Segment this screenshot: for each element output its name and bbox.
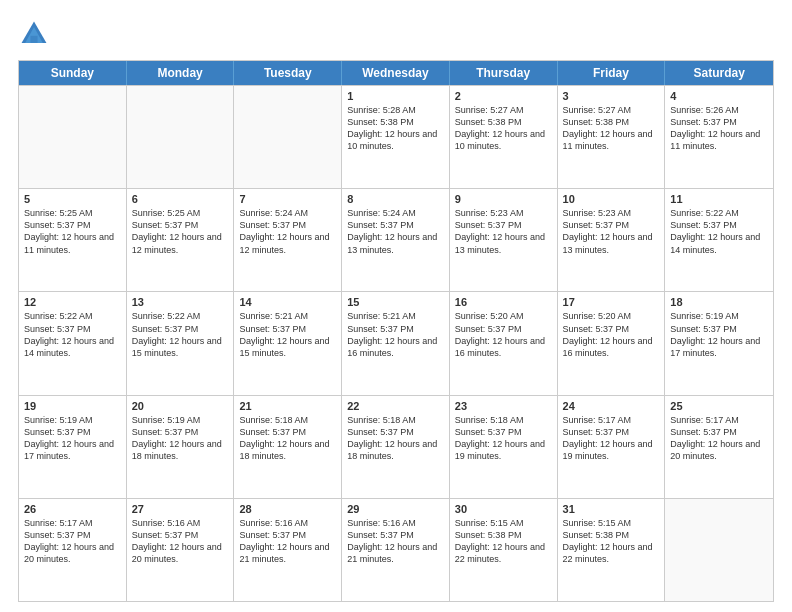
weekday-header-tuesday: Tuesday [234, 61, 342, 85]
day-cell-28: 28Sunrise: 5:16 AM Sunset: 5:37 PM Dayli… [234, 499, 342, 601]
weekday-header-monday: Monday [127, 61, 235, 85]
day-number-14: 14 [239, 296, 336, 308]
day-number-8: 8 [347, 193, 444, 205]
day-info-31: Sunrise: 5:15 AM Sunset: 5:38 PM Dayligh… [563, 517, 660, 566]
calendar-header: SundayMondayTuesdayWednesdayThursdayFrid… [19, 61, 773, 85]
day-cell-24: 24Sunrise: 5:17 AM Sunset: 5:37 PM Dayli… [558, 396, 666, 498]
day-info-9: Sunrise: 5:23 AM Sunset: 5:37 PM Dayligh… [455, 207, 552, 256]
day-number-25: 25 [670, 400, 768, 412]
day-info-1: Sunrise: 5:28 AM Sunset: 5:38 PM Dayligh… [347, 104, 444, 153]
day-number-31: 31 [563, 503, 660, 515]
day-number-22: 22 [347, 400, 444, 412]
weekday-header-saturday: Saturday [665, 61, 773, 85]
day-cell-6: 6Sunrise: 5:25 AM Sunset: 5:37 PM Daylig… [127, 189, 235, 291]
day-number-16: 16 [455, 296, 552, 308]
day-number-27: 27 [132, 503, 229, 515]
day-cell-15: 15Sunrise: 5:21 AM Sunset: 5:37 PM Dayli… [342, 292, 450, 394]
day-number-6: 6 [132, 193, 229, 205]
day-cell-27: 27Sunrise: 5:16 AM Sunset: 5:37 PM Dayli… [127, 499, 235, 601]
day-cell-23: 23Sunrise: 5:18 AM Sunset: 5:37 PM Dayli… [450, 396, 558, 498]
calendar-body: 1Sunrise: 5:28 AM Sunset: 5:38 PM Daylig… [19, 85, 773, 601]
day-number-4: 4 [670, 90, 768, 102]
svg-rect-2 [30, 36, 37, 43]
day-cell-14: 14Sunrise: 5:21 AM Sunset: 5:37 PM Dayli… [234, 292, 342, 394]
day-number-12: 12 [24, 296, 121, 308]
day-info-28: Sunrise: 5:16 AM Sunset: 5:37 PM Dayligh… [239, 517, 336, 566]
day-number-30: 30 [455, 503, 552, 515]
day-cell-21: 21Sunrise: 5:18 AM Sunset: 5:37 PM Dayli… [234, 396, 342, 498]
day-cell-20: 20Sunrise: 5:19 AM Sunset: 5:37 PM Dayli… [127, 396, 235, 498]
day-info-21: Sunrise: 5:18 AM Sunset: 5:37 PM Dayligh… [239, 414, 336, 463]
empty-cell-r0c2 [234, 86, 342, 188]
day-number-10: 10 [563, 193, 660, 205]
day-cell-31: 31Sunrise: 5:15 AM Sunset: 5:38 PM Dayli… [558, 499, 666, 601]
day-number-19: 19 [24, 400, 121, 412]
day-info-7: Sunrise: 5:24 AM Sunset: 5:37 PM Dayligh… [239, 207, 336, 256]
day-cell-2: 2Sunrise: 5:27 AM Sunset: 5:38 PM Daylig… [450, 86, 558, 188]
day-number-17: 17 [563, 296, 660, 308]
header [18, 18, 774, 50]
day-info-14: Sunrise: 5:21 AM Sunset: 5:37 PM Dayligh… [239, 310, 336, 359]
day-number-21: 21 [239, 400, 336, 412]
day-cell-8: 8Sunrise: 5:24 AM Sunset: 5:37 PM Daylig… [342, 189, 450, 291]
day-info-16: Sunrise: 5:20 AM Sunset: 5:37 PM Dayligh… [455, 310, 552, 359]
day-cell-22: 22Sunrise: 5:18 AM Sunset: 5:37 PM Dayli… [342, 396, 450, 498]
day-number-13: 13 [132, 296, 229, 308]
day-cell-25: 25Sunrise: 5:17 AM Sunset: 5:37 PM Dayli… [665, 396, 773, 498]
empty-cell-r0c1 [127, 86, 235, 188]
calendar-row-1: 5Sunrise: 5:25 AM Sunset: 5:37 PM Daylig… [19, 188, 773, 291]
day-info-5: Sunrise: 5:25 AM Sunset: 5:37 PM Dayligh… [24, 207, 121, 256]
logo-icon [18, 18, 50, 50]
day-number-7: 7 [239, 193, 336, 205]
day-cell-30: 30Sunrise: 5:15 AM Sunset: 5:38 PM Dayli… [450, 499, 558, 601]
day-cell-18: 18Sunrise: 5:19 AM Sunset: 5:37 PM Dayli… [665, 292, 773, 394]
calendar-row-4: 26Sunrise: 5:17 AM Sunset: 5:37 PM Dayli… [19, 498, 773, 601]
day-info-19: Sunrise: 5:19 AM Sunset: 5:37 PM Dayligh… [24, 414, 121, 463]
calendar-row-2: 12Sunrise: 5:22 AM Sunset: 5:37 PM Dayli… [19, 291, 773, 394]
day-info-23: Sunrise: 5:18 AM Sunset: 5:37 PM Dayligh… [455, 414, 552, 463]
day-info-25: Sunrise: 5:17 AM Sunset: 5:37 PM Dayligh… [670, 414, 768, 463]
day-info-15: Sunrise: 5:21 AM Sunset: 5:37 PM Dayligh… [347, 310, 444, 359]
day-cell-9: 9Sunrise: 5:23 AM Sunset: 5:37 PM Daylig… [450, 189, 558, 291]
day-number-20: 20 [132, 400, 229, 412]
day-number-26: 26 [24, 503, 121, 515]
calendar-row-0: 1Sunrise: 5:28 AM Sunset: 5:38 PM Daylig… [19, 85, 773, 188]
day-cell-26: 26Sunrise: 5:17 AM Sunset: 5:37 PM Dayli… [19, 499, 127, 601]
calendar-row-3: 19Sunrise: 5:19 AM Sunset: 5:37 PM Dayli… [19, 395, 773, 498]
day-cell-1: 1Sunrise: 5:28 AM Sunset: 5:38 PM Daylig… [342, 86, 450, 188]
day-cell-11: 11Sunrise: 5:22 AM Sunset: 5:37 PM Dayli… [665, 189, 773, 291]
day-number-2: 2 [455, 90, 552, 102]
weekday-header-wednesday: Wednesday [342, 61, 450, 85]
empty-cell-r0c0 [19, 86, 127, 188]
day-cell-5: 5Sunrise: 5:25 AM Sunset: 5:37 PM Daylig… [19, 189, 127, 291]
day-info-11: Sunrise: 5:22 AM Sunset: 5:37 PM Dayligh… [670, 207, 768, 256]
day-info-2: Sunrise: 5:27 AM Sunset: 5:38 PM Dayligh… [455, 104, 552, 153]
day-info-10: Sunrise: 5:23 AM Sunset: 5:37 PM Dayligh… [563, 207, 660, 256]
day-cell-3: 3Sunrise: 5:27 AM Sunset: 5:38 PM Daylig… [558, 86, 666, 188]
day-info-13: Sunrise: 5:22 AM Sunset: 5:37 PM Dayligh… [132, 310, 229, 359]
day-info-17: Sunrise: 5:20 AM Sunset: 5:37 PM Dayligh… [563, 310, 660, 359]
day-info-18: Sunrise: 5:19 AM Sunset: 5:37 PM Dayligh… [670, 310, 768, 359]
day-number-29: 29 [347, 503, 444, 515]
empty-cell-r4c6 [665, 499, 773, 601]
day-info-3: Sunrise: 5:27 AM Sunset: 5:38 PM Dayligh… [563, 104, 660, 153]
day-info-27: Sunrise: 5:16 AM Sunset: 5:37 PM Dayligh… [132, 517, 229, 566]
day-number-1: 1 [347, 90, 444, 102]
day-cell-10: 10Sunrise: 5:23 AM Sunset: 5:37 PM Dayli… [558, 189, 666, 291]
day-info-29: Sunrise: 5:16 AM Sunset: 5:37 PM Dayligh… [347, 517, 444, 566]
weekday-header-sunday: Sunday [19, 61, 127, 85]
day-number-3: 3 [563, 90, 660, 102]
day-cell-7: 7Sunrise: 5:24 AM Sunset: 5:37 PM Daylig… [234, 189, 342, 291]
day-number-28: 28 [239, 503, 336, 515]
day-info-26: Sunrise: 5:17 AM Sunset: 5:37 PM Dayligh… [24, 517, 121, 566]
page: SundayMondayTuesdayWednesdayThursdayFrid… [0, 0, 792, 612]
day-cell-29: 29Sunrise: 5:16 AM Sunset: 5:37 PM Dayli… [342, 499, 450, 601]
day-info-6: Sunrise: 5:25 AM Sunset: 5:37 PM Dayligh… [132, 207, 229, 256]
day-number-11: 11 [670, 193, 768, 205]
day-number-24: 24 [563, 400, 660, 412]
day-number-9: 9 [455, 193, 552, 205]
logo [18, 18, 54, 50]
day-number-5: 5 [24, 193, 121, 205]
day-info-30: Sunrise: 5:15 AM Sunset: 5:38 PM Dayligh… [455, 517, 552, 566]
calendar: SundayMondayTuesdayWednesdayThursdayFrid… [18, 60, 774, 602]
